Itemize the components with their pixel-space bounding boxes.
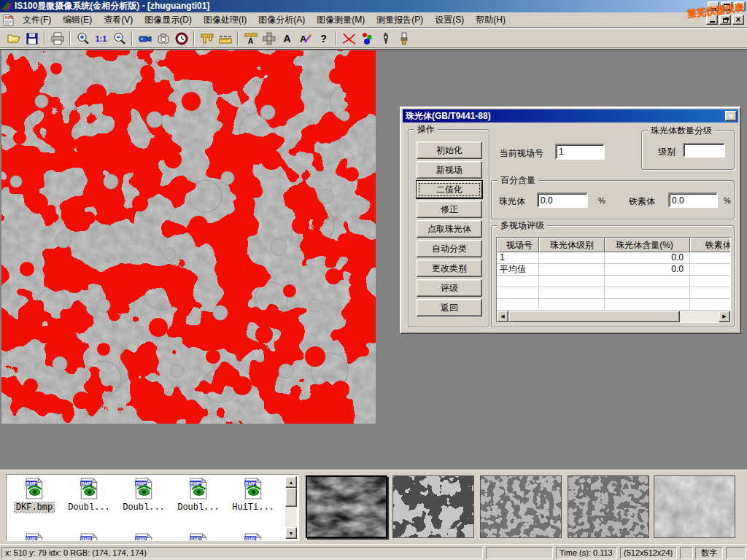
file-vscrollbar[interactable]: ▲ ▼	[285, 476, 297, 539]
file-name[interactable]: Doubl...	[121, 502, 166, 513]
hscroll-thumb[interactable]	[508, 311, 680, 322]
header-pearlite-content[interactable]: 珠光体含量(%)	[605, 238, 690, 252]
table-row[interactable]: 平均值 0.0	[497, 264, 730, 276]
text-icon[interactable]: A	[278, 30, 296, 47]
menu-item-image-measure[interactable]: 图像测量(M)	[311, 12, 371, 28]
scroll-up-icon[interactable]: ▲	[285, 476, 297, 488]
maximize-button[interactable]	[721, 1, 732, 11]
dialog-title-bar[interactable]: 珠光体(GB/T9441-88) ×	[403, 109, 738, 122]
multi-field-group-label: 多视场评级	[498, 220, 547, 230]
menu-item-file[interactable]: 文件(F)	[17, 12, 57, 28]
ferrite-percent-input[interactable]	[668, 192, 718, 208]
mdi-restore-button[interactable]	[719, 15, 731, 25]
thumbnail-2[interactable]	[392, 475, 474, 538]
file-name[interactable]: Doubl...	[176, 502, 221, 513]
table-row[interactable]: 1 0.0	[497, 252, 730, 264]
initialize-button[interactable]: 初始化	[417, 141, 482, 159]
mdi-minimize-icon	[710, 21, 715, 23]
mdi-close-button[interactable]: ×	[732, 15, 744, 25]
menu-item-help[interactable]: 帮助(H)	[470, 12, 511, 28]
measure-text-icon[interactable]: A	[241, 30, 260, 47]
file-browser: DKF.bmp Doubl... Doubl... Doubl... HuiTi…	[6, 474, 299, 541]
scroll-left-icon[interactable]: ◀	[497, 311, 508, 322]
file-name[interactable]: DKF.bmp	[15, 502, 54, 513]
operations-group-label: 操作	[414, 124, 438, 134]
correct-button[interactable]: 修正	[417, 201, 482, 218]
capture-icon[interactable]	[154, 30, 172, 47]
menu-item-measure-report[interactable]: 测量报告(P)	[371, 12, 429, 28]
classify-balls-icon[interactable]	[358, 30, 376, 47]
cell-pearlite-level	[539, 252, 605, 264]
bmp-file-icon	[25, 478, 44, 499]
zoom-in-icon[interactable]	[74, 30, 92, 47]
clock-icon[interactable]	[172, 30, 190, 47]
ruler-icon[interactable]	[216, 30, 234, 47]
current-field-input[interactable]	[555, 144, 605, 160]
annotate-icon[interactable]: A	[296, 30, 314, 47]
file-item[interactable]: Doubl...	[117, 478, 170, 513]
header-ferrite-content[interactable]: 铁素体含量(%)	[690, 238, 731, 252]
change-class-button[interactable]: 更改类别	[417, 260, 482, 277]
micrograph-image[interactable]	[1, 50, 376, 424]
thumbnail-3[interactable]	[480, 475, 562, 538]
save-icon[interactable]	[23, 30, 41, 47]
video-camera-icon[interactable]	[136, 30, 154, 47]
pearlite-label: 珠光体	[499, 195, 525, 208]
print-icon[interactable]	[48, 30, 66, 47]
maximize-icon	[724, 4, 730, 9]
new-field-button[interactable]: 新视场	[417, 161, 482, 179]
return-button[interactable]: 返回	[417, 299, 482, 316]
file-item-partial[interactable]	[63, 533, 115, 541]
header-pearlite-level[interactable]: 珠光体级别	[539, 238, 605, 252]
menu-item-settings[interactable]: 设置(S)	[429, 12, 470, 28]
table-hscrollbar[interactable]: ◀ ▶	[497, 311, 730, 322]
zoom-out-icon[interactable]	[110, 30, 128, 47]
pearlite-percent-input[interactable]	[537, 192, 588, 208]
pick-pen-icon[interactable]	[376, 30, 395, 47]
actual-size-icon[interactable]: 1:1	[92, 30, 110, 47]
help-icon[interactable]: ?	[314, 30, 333, 47]
file-item-partial[interactable]	[117, 533, 170, 541]
file-item-partial[interactable]	[227, 533, 279, 541]
close-button[interactable]: ×	[734, 1, 746, 11]
grid-stamp-icon[interactable]	[260, 30, 278, 47]
hscroll-track[interactable]	[680, 311, 719, 322]
file-item-partial[interactable]	[8, 533, 61, 541]
menu-item-image-processing[interactable]: 图像处理(I)	[198, 12, 252, 28]
file-item[interactable]: DKF.bmp	[8, 478, 61, 513]
file-item[interactable]: Doubl...	[172, 478, 225, 513]
document-system-icon[interactable]: DOC	[2, 14, 15, 26]
open-icon[interactable]	[4, 30, 23, 47]
table-row-empty	[497, 299, 730, 311]
scroll-down-icon[interactable]: ▼	[285, 527, 297, 539]
minimize-button[interactable]	[708, 1, 719, 11]
menu-item-image-display[interactable]: 图像显示(D)	[139, 12, 198, 28]
mdi-minimize-button[interactable]	[706, 15, 718, 25]
header-field-no[interactable]: 视场号	[497, 238, 539, 252]
pick-pearlite-button[interactable]: 点取珠光体	[417, 220, 482, 238]
file-name[interactable]: HuiTi...	[231, 502, 276, 513]
vscroll-thumb[interactable]	[285, 488, 297, 507]
vscroll-track[interactable]	[285, 507, 297, 527]
menu-item-image-analysis[interactable]: 图像分析(A)	[252, 12, 311, 28]
scroll-right-icon[interactable]: ▶	[719, 311, 730, 322]
auto-classify-button[interactable]: 自动分类	[417, 240, 482, 257]
dialog-close-button[interactable]: ×	[725, 111, 737, 121]
file-item-partial[interactable]	[172, 533, 225, 541]
menu-item-view[interactable]: 查看(V)	[98, 12, 139, 28]
bottom-panel: DKF.bmp Doubl... Doubl... Doubl... HuiTi…	[0, 470, 747, 544]
cell-ferrite-content	[690, 252, 731, 264]
file-name[interactable]: Doubl...	[66, 502, 112, 513]
binarize-button[interactable]: 二值化	[417, 181, 482, 198]
menu-item-edit[interactable]: 编辑(E)	[57, 12, 98, 28]
thumbnail-4[interactable]	[568, 475, 649, 538]
cut-curves-icon[interactable]	[340, 30, 358, 47]
level-input[interactable]	[683, 143, 725, 158]
file-item[interactable]: HuiTi...	[227, 478, 279, 513]
thumbnail-1[interactable]	[306, 475, 387, 538]
rate-button[interactable]: 评级	[417, 279, 482, 297]
caliper-icon[interactable]	[198, 30, 216, 47]
brush-icon[interactable]	[395, 30, 413, 47]
file-item[interactable]: Doubl...	[63, 478, 115, 513]
thumbnail-5[interactable]	[654, 475, 735, 538]
